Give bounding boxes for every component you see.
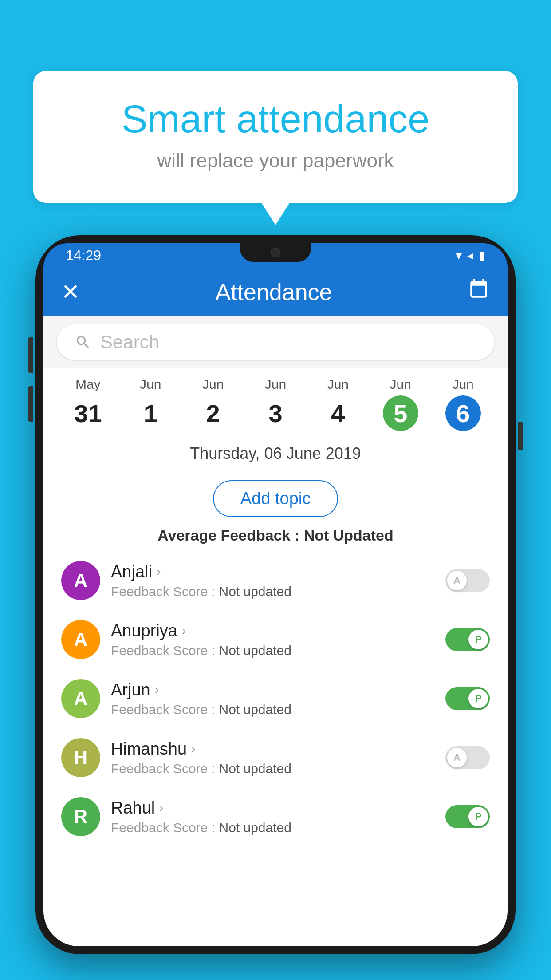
student-info: Rahul ›Feedback Score : Not updated (111, 798, 435, 835)
student-item-2[interactable]: AArjun ›Feedback Score : Not updatedP (52, 669, 499, 728)
date-month: Jun (307, 377, 369, 392)
calendar-button[interactable] (468, 278, 490, 306)
student-item-4[interactable]: RRahul ›Feedback Score : Not updatedP (52, 787, 499, 846)
toggle-knob: P (468, 630, 488, 649)
date-day: 31 (70, 395, 106, 431)
date-month: Jun (369, 377, 432, 392)
date-strip: May31Jun1Jun2Jun3Jun4Jun5Jun6 (43, 368, 508, 435)
toggle-knob: A (447, 571, 467, 590)
student-feedback: Feedback Score : Not updated (111, 761, 435, 776)
volume-down-button[interactable] (28, 386, 33, 422)
date-day: 2 (195, 395, 231, 431)
student-info: Anjali ›Feedback Score : Not updated (111, 562, 435, 599)
date-day: 6 (445, 395, 481, 431)
student-item-3[interactable]: HHimanshu ›Feedback Score : Not updatedA (52, 728, 499, 787)
date-item-6[interactable]: Jun6 (432, 377, 494, 431)
app-screen: ✕ Attendance Search May31J (43, 268, 508, 946)
chevron-icon: › (159, 801, 163, 815)
wifi-icon: ▾ (456, 248, 462, 263)
date-day: 4 (320, 395, 356, 431)
student-item-0[interactable]: AAnjali ›Feedback Score : Not updatedA (52, 551, 499, 610)
student-avatar: A (61, 679, 100, 718)
feedback-avg-label: Average Feedback : (157, 527, 303, 544)
student-item-1[interactable]: AAnupriya ›Feedback Score : Not updatedP (52, 610, 499, 669)
add-topic-container: Add topic (43, 470, 508, 527)
phone-camera (271, 248, 280, 257)
student-name: Anupriya › (111, 621, 435, 640)
date-item-3[interactable]: Jun3 (244, 377, 307, 431)
date-day: 5 (383, 395, 418, 431)
student-list: AAnjali ›Feedback Score : Not updatedAAA… (43, 551, 508, 846)
date-item-4[interactable]: Jun4 (307, 377, 369, 431)
student-feedback: Feedback Score : Not updated (111, 702, 435, 717)
app-bar-title: Attendance (80, 279, 468, 305)
student-name: Himanshu › (111, 739, 435, 759)
feedback-avg-value: Not Updated (304, 527, 394, 544)
toggle-knob: P (468, 689, 488, 708)
date-item-1[interactable]: Jun1 (119, 377, 182, 431)
power-button[interactable] (518, 422, 523, 450)
phone-notch (240, 243, 311, 262)
feedback-avg: Average Feedback : Not Updated (43, 527, 508, 551)
date-item-2[interactable]: Jun2 (182, 377, 244, 431)
date-day: 1 (133, 395, 168, 431)
date-item-5[interactable]: Jun5 (369, 377, 432, 431)
student-avatar: H (61, 738, 100, 777)
add-topic-button[interactable]: Add topic (213, 480, 338, 517)
date-day: 3 (258, 395, 293, 431)
battery-icon: ▮ (479, 248, 485, 263)
student-avatar: A (61, 561, 100, 600)
status-icons: ▾ ◂ ▮ (456, 248, 485, 263)
speech-bubble: Smart attendance will replace your paper… (33, 71, 518, 203)
chevron-icon: › (191, 742, 195, 756)
bubble-title: Smart attendance (69, 98, 482, 141)
student-feedback: Feedback Score : Not updated (111, 584, 435, 599)
selected-date: Thursday, 06 June 2019 (43, 435, 508, 470)
student-avatar: A (61, 620, 100, 659)
chevron-icon: › (157, 565, 161, 579)
chevron-icon: › (182, 624, 186, 638)
date-month: Jun (182, 377, 244, 392)
student-info: Anupriya ›Feedback Score : Not updated (111, 621, 435, 658)
app-bar: ✕ Attendance (43, 268, 508, 316)
student-avatar: R (61, 797, 100, 836)
status-time: 14:29 (66, 247, 101, 264)
search-container: Search (43, 316, 508, 368)
date-month: May (57, 377, 119, 392)
chevron-icon: › (155, 683, 159, 697)
toggle-knob: P (468, 807, 488, 826)
volume-up-button[interactable] (28, 337, 33, 373)
close-button[interactable]: ✕ (61, 279, 80, 305)
student-info: Arjun ›Feedback Score : Not updated (111, 680, 435, 717)
date-item-0[interactable]: May31 (57, 377, 119, 431)
search-bar[interactable]: Search (57, 324, 494, 360)
phone-frame: 14:29 ▾ ◂ ▮ ✕ Attendance (35, 235, 516, 954)
toggle-knob: A (447, 748, 467, 767)
attendance-toggle[interactable]: P (445, 805, 490, 828)
student-feedback: Feedback Score : Not updated (111, 643, 435, 658)
attendance-toggle[interactable]: P (445, 687, 490, 710)
search-placeholder: Search (100, 332, 159, 353)
attendance-toggle[interactable]: A (445, 746, 490, 769)
student-info: Himanshu ›Feedback Score : Not updated (111, 739, 435, 776)
attendance-toggle[interactable]: A (445, 569, 490, 592)
date-month: Jun (432, 377, 494, 392)
search-icon (75, 334, 91, 351)
phone-container: 14:29 ▾ ◂ ▮ ✕ Attendance (35, 235, 516, 980)
student-name: Anjali › (111, 562, 435, 581)
student-feedback: Feedback Score : Not updated (111, 820, 435, 835)
date-month: Jun (244, 377, 307, 392)
signal-icon: ◂ (467, 248, 473, 263)
bubble-subtitle: will replace your paperwork (69, 150, 482, 172)
date-month: Jun (119, 377, 182, 392)
student-name: Rahul › (111, 798, 435, 818)
attendance-toggle[interactable]: P (445, 628, 490, 651)
student-name: Arjun › (111, 680, 435, 699)
